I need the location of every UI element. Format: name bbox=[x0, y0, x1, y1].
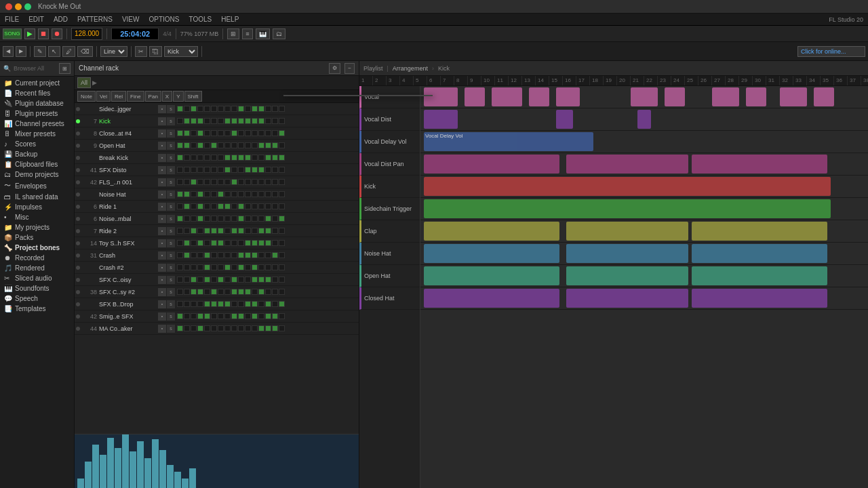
pad-4-3[interactable] bbox=[197, 155, 203, 161]
pad-9-11[interactable] bbox=[252, 216, 258, 222]
pad-5-12[interactable] bbox=[258, 167, 264, 173]
pad-13-13[interactable] bbox=[265, 264, 271, 270]
pad-7-7[interactable] bbox=[224, 191, 231, 197]
pad-16-15[interactable] bbox=[279, 301, 285, 307]
pad-12-10[interactable] bbox=[245, 252, 251, 258]
clip-7[interactable] bbox=[566, 244, 688, 263]
pad-9-2[interactable] bbox=[191, 216, 197, 222]
pad-8-12[interactable] bbox=[258, 203, 264, 209]
pad-12-14[interactable] bbox=[272, 252, 278, 258]
pad-8-3[interactable] bbox=[197, 203, 203, 209]
pad-0-9[interactable] bbox=[238, 106, 244, 112]
pad-1-4[interactable] bbox=[204, 118, 210, 124]
pad-7-2[interactable] bbox=[191, 191, 197, 197]
pad-8-8[interactable] bbox=[231, 203, 237, 209]
pad-1-6[interactable] bbox=[218, 118, 224, 124]
pad-14-15[interactable] bbox=[279, 277, 285, 283]
pad-13-6[interactable] bbox=[218, 264, 224, 270]
pad-4-1[interactable] bbox=[184, 155, 190, 161]
pad-1-10[interactable] bbox=[245, 118, 251, 124]
clip-1[interactable] bbox=[424, 110, 458, 129]
ch-solo-18[interactable]: s bbox=[167, 325, 175, 333]
pad-2-12[interactable] bbox=[258, 130, 264, 136]
cut-button[interactable]: ✂ bbox=[135, 46, 147, 57]
pad-13-10[interactable] bbox=[245, 264, 251, 270]
pad-0-12[interactable] bbox=[258, 106, 264, 112]
pad-15-12[interactable] bbox=[258, 289, 264, 295]
menu-help[interactable]: HELP bbox=[219, 16, 241, 23]
pad-15-0[interactable] bbox=[177, 289, 183, 295]
pad-7-0[interactable] bbox=[177, 191, 183, 197]
pad-12-13[interactable] bbox=[265, 252, 271, 258]
all-tab[interactable]: All bbox=[77, 77, 91, 88]
pad-4-15[interactable] bbox=[279, 155, 285, 161]
pad-16-5[interactable] bbox=[211, 301, 217, 307]
sidebar-item-scores[interactable]: ♪Scores bbox=[0, 139, 74, 149]
pad-6-8[interactable] bbox=[231, 179, 237, 185]
sidebar-item-recent-files[interactable]: 📄Recent files bbox=[0, 88, 74, 98]
pad-13-15[interactable] bbox=[279, 264, 285, 270]
pad-2-14[interactable] bbox=[272, 130, 278, 136]
note-tab[interactable]: Note bbox=[77, 91, 96, 102]
pad-5-2[interactable] bbox=[191, 167, 197, 173]
sidebar-item-soundfonts[interactable]: 🎹Soundfonts bbox=[0, 283, 74, 293]
pad-16-2[interactable] bbox=[191, 301, 197, 307]
ch-mute-12[interactable]: • bbox=[158, 251, 166, 260]
pad-16-12[interactable] bbox=[258, 301, 264, 307]
ch-solo-14[interactable]: s bbox=[167, 276, 175, 284]
pad-14-10[interactable] bbox=[245, 277, 251, 283]
pad-15-9[interactable] bbox=[238, 289, 244, 295]
sidebar-item-project-bones[interactable]: 🦴Project bones bbox=[0, 243, 74, 253]
close-dot[interactable] bbox=[5, 3, 12, 10]
pad-17-11[interactable] bbox=[252, 313, 258, 319]
pad-11-9[interactable] bbox=[238, 240, 244, 246]
pad-5-7[interactable] bbox=[224, 167, 231, 173]
sidebar-item-current-project[interactable]: 📁Current project bbox=[0, 78, 74, 88]
pad-8-10[interactable] bbox=[245, 203, 251, 209]
sidebar-item-my-projects[interactable]: 📁My projects bbox=[0, 222, 74, 232]
pad-17-3[interactable] bbox=[197, 313, 203, 319]
pad-3-4[interactable] bbox=[204, 142, 210, 148]
pad-10-14[interactable] bbox=[272, 228, 278, 234]
pad-5-14[interactable] bbox=[272, 167, 278, 173]
pad-11-14[interactable] bbox=[272, 240, 278, 246]
menu-add[interactable]: ADD bbox=[52, 16, 70, 23]
pad-10-1[interactable] bbox=[184, 228, 190, 234]
kick-select[interactable]: Kick bbox=[164, 46, 198, 57]
pad-17-14[interactable] bbox=[272, 313, 278, 319]
pad-6-13[interactable] bbox=[265, 179, 271, 185]
pad-9-6[interactable] bbox=[218, 216, 224, 222]
pad-7-14[interactable] bbox=[272, 191, 278, 197]
pad-4-11[interactable] bbox=[252, 155, 258, 161]
select-tool[interactable]: ↖ bbox=[48, 46, 60, 57]
pad-11-13[interactable] bbox=[265, 240, 271, 246]
pad-5-1[interactable] bbox=[184, 167, 190, 173]
pad-7-10[interactable] bbox=[245, 191, 251, 197]
sidebar-item-plugin-database[interactable]: 🔌Plugin database bbox=[0, 98, 74, 108]
pad-17-8[interactable] bbox=[231, 313, 237, 319]
clip-0[interactable] bbox=[746, 87, 766, 106]
minimize-dot[interactable] bbox=[15, 3, 22, 10]
pad-4-7[interactable] bbox=[224, 155, 231, 161]
pad-1-13[interactable] bbox=[265, 118, 271, 124]
pad-5-6[interactable] bbox=[218, 167, 224, 173]
pad-4-12[interactable] bbox=[258, 155, 264, 161]
pad-2-1[interactable] bbox=[184, 130, 190, 136]
pad-16-0[interactable] bbox=[177, 301, 183, 307]
pad-17-6[interactable] bbox=[218, 313, 224, 319]
pad-3-9[interactable] bbox=[238, 142, 244, 148]
ch-solo-11[interactable]: s bbox=[167, 239, 175, 247]
pad-8-1[interactable] bbox=[184, 203, 190, 209]
rel-tab[interactable]: Rel bbox=[111, 91, 126, 102]
pad-6-3[interactable] bbox=[197, 179, 203, 185]
pad-6-7[interactable] bbox=[224, 179, 231, 185]
collapse-button[interactable]: ⊞ bbox=[59, 63, 71, 74]
pad-16-8[interactable] bbox=[231, 301, 237, 307]
sidebar-item-mixer-presets[interactable]: 🎚Mixer presets bbox=[0, 129, 74, 139]
ch-solo-8[interactable]: s bbox=[167, 203, 175, 211]
pad-3-10[interactable] bbox=[245, 142, 251, 148]
ch-mute-8[interactable]: • bbox=[158, 203, 166, 211]
pad-18-2[interactable] bbox=[191, 325, 197, 331]
menu-edit[interactable]: EDIT bbox=[26, 16, 46, 23]
clip-0[interactable] bbox=[529, 87, 549, 106]
